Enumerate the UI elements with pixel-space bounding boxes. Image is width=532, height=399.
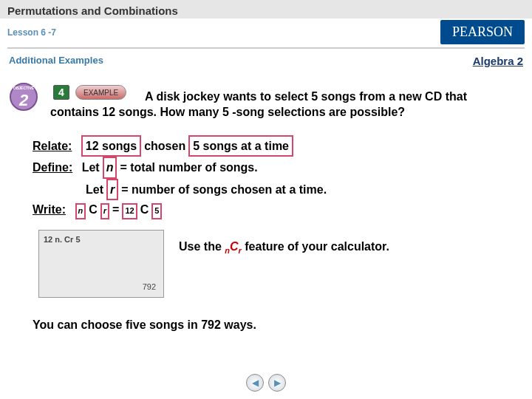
define-row-1: Define: Let n = total number of songs. [33,157,517,179]
calc-result: 792 [143,282,156,291]
sub-r: r [100,203,109,219]
calculator-screenshot: 12 n. Cr 5 792 [38,230,164,298]
relate-row: Relate: 12 songs chosen 5 songs at a tim… [33,135,517,157]
let-1b: = total number of songs. [120,158,257,177]
publisher-logo: PEARSON [440,20,525,44]
write-c-1: C [89,200,98,219]
write-c-2: C [140,200,149,219]
svg-text:2: 2 [18,91,29,109]
objective-2-badge: OBJECTIVE 2 [9,82,38,112]
lesson-label: Lesson 6 -7 [7,27,56,38]
nav-controls: ◀ ▶ [246,374,286,392]
sub-12: 12 [122,203,137,219]
page-title: Permutations and Combinations [7,4,525,17]
nav-prev-button[interactable]: ◀ [246,374,264,392]
relate-label: Relate: [33,137,72,156]
relate-highlight-1: 12 songs [81,135,141,157]
write-label: Write: [33,200,66,219]
write-eq: = [112,200,119,219]
write-row: Write: n C r = 12 C 5 [33,200,517,219]
problem-text: A disk jockey wants to select 5 songs fr… [50,89,514,120]
relate-highlight-2: 5 songs at a time [188,135,293,157]
var-r: r [106,179,118,201]
calc-instruction: Use the nCr feature of your calculator. [179,240,389,255]
algebra-link[interactable]: Algebra 2 [473,55,523,67]
nav-next-button[interactable]: ▶ [268,374,286,392]
var-n: n [103,157,117,179]
sub-5: 5 [151,203,162,219]
calc-input: 12 n. Cr 5 [44,235,81,244]
define-label: Define: [33,158,72,177]
svg-text:OBJECTIVE: OBJECTIVE [13,86,35,90]
relate-mid: chosen [144,137,185,156]
let-2b: = number of songs chosen at a time. [121,180,327,200]
sub-n: n [75,203,86,219]
additional-examples-label: Additional Examples [9,55,103,67]
let-1a: Let [82,158,100,177]
let-2a: Let [86,180,103,200]
conclusion-text: You can choose five songs in 792 ways. [33,318,517,332]
define-row-2: Let r = number of songs chosen at a time… [86,179,517,201]
